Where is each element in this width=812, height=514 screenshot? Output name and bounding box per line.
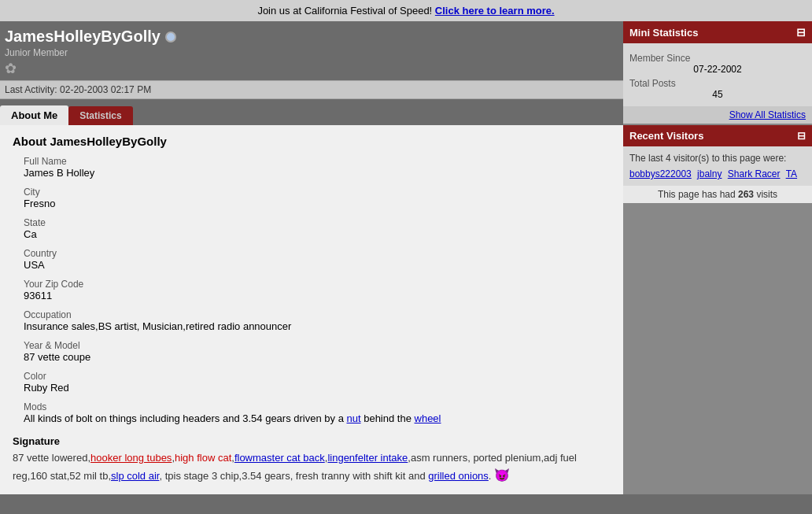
devil-emoji: 😈 bbox=[494, 468, 510, 482]
last-activity-label: Last Activity: bbox=[5, 84, 57, 95]
visitor-link-2[interactable]: Shark Racer bbox=[728, 168, 781, 179]
top-banner: Join us at California Festival of Speed!… bbox=[0, 0, 812, 21]
show-all-stats: Show All Statistics bbox=[623, 106, 812, 124]
field-value-occupation: Insurance sales,BS artist, Musician,reti… bbox=[24, 320, 611, 332]
field-label-occupation: Occupation bbox=[24, 309, 611, 320]
field-label-country: Country bbox=[24, 248, 611, 259]
visitor-link-1[interactable]: jbalny bbox=[697, 168, 722, 179]
avatar-icon: ✿ bbox=[5, 61, 17, 76]
recent-visitors-expand-icon[interactable]: ⊟ bbox=[797, 130, 806, 142]
visits-bar: This page has had 263 visits bbox=[623, 186, 812, 203]
mods-link-wheel[interactable]: wheel bbox=[415, 412, 441, 424]
field-value-color: Ruby Red bbox=[24, 382, 611, 394]
field-label-fullname: Full Name bbox=[24, 156, 611, 167]
field-value-fullname: James B Holley bbox=[24, 167, 611, 179]
field-value-state: Ca bbox=[24, 228, 611, 240]
online-status-icon bbox=[165, 31, 176, 43]
banner-link[interactable]: Click here to learn more. bbox=[435, 5, 555, 17]
visitors-description: The last 4 visitor(s) to this page were: bbox=[629, 153, 806, 164]
last-activity-bar: Last Activity: 02-20-2003 02:17 PM bbox=[0, 80, 623, 99]
show-all-stats-link[interactable]: Show All Statistics bbox=[729, 109, 806, 120]
recent-visitors-body: The last 4 visitor(s) to this page were:… bbox=[623, 146, 812, 186]
mods-text-part2: behind the bbox=[361, 412, 415, 424]
recent-visitors-header: Recent Visitors ⊟ bbox=[623, 125, 812, 146]
about-content: About JamesHolleyByGolly Full Name James… bbox=[0, 125, 623, 494]
visits-count: 263 bbox=[738, 189, 754, 200]
visits-suffix: visits bbox=[756, 189, 777, 200]
sig-link-lingenfelter[interactable]: lingenfelter intake bbox=[327, 452, 408, 464]
field-value-mods: All kinds of bolt on things including he… bbox=[24, 412, 611, 424]
about-heading: About JamesHolleyByGolly bbox=[13, 135, 611, 148]
banner-text: Join us at California Festival of Speed! bbox=[257, 5, 432, 17]
tabs-row: About Me Statistics bbox=[0, 99, 623, 125]
tab-about-me[interactable]: About Me bbox=[0, 105, 68, 125]
sig-link-slp[interactable]: slp cold air bbox=[111, 470, 159, 482]
profile-header: JamesHolleyByGolly Junior Member ✿ bbox=[0, 21, 623, 80]
field-value-city: Fresno bbox=[24, 198, 611, 209]
sig-link-flowmaster[interactable]: flowmaster cat back bbox=[234, 452, 325, 464]
visitor-link-3[interactable]: TA bbox=[786, 168, 797, 179]
mods-text-part1: All kinds of bolt on things including he… bbox=[24, 412, 346, 424]
recent-visitors-title: Recent Visitors bbox=[629, 130, 703, 142]
visitor-link-0[interactable]: bobbys222003 bbox=[629, 168, 692, 179]
mods-link-nut[interactable]: nut bbox=[346, 412, 360, 424]
mini-stats-body: Member Since 07-22-2002 Total Posts 45 bbox=[623, 43, 812, 106]
mini-stats-title: Mini Statistics bbox=[629, 27, 698, 39]
member-since-label: Member Since bbox=[629, 53, 806, 64]
user-rank: Junior Member bbox=[5, 47, 618, 58]
sig-highflow: high flow cat bbox=[175, 452, 231, 464]
last-activity-value: 02-20-2003 02:17 PM bbox=[60, 84, 151, 95]
tab-statistics[interactable]: Statistics bbox=[68, 106, 132, 125]
sig-link-hooker[interactable]: hooker long tubes bbox=[90, 452, 172, 464]
mini-stats-expand-icon[interactable]: ⊟ bbox=[796, 26, 806, 39]
mini-stats-header: Mini Statistics ⊟ bbox=[623, 21, 812, 43]
field-label-color: Color bbox=[24, 371, 611, 382]
field-value-yearmodel: 87 vette coupe bbox=[24, 351, 611, 363]
signature-text: 87 vette lowered,hooker long tubes,high … bbox=[13, 450, 611, 485]
signature-section: Signature 87 vette lowered,hooker long t… bbox=[13, 435, 611, 485]
field-label-state: State bbox=[24, 217, 611, 228]
total-posts-label: Total Posts bbox=[629, 78, 806, 89]
field-label-city: City bbox=[24, 187, 611, 198]
field-label-zip: Your Zip Code bbox=[24, 279, 611, 290]
visitor-links: bobbys222003 jbalny Shark Racer TA bbox=[629, 168, 806, 179]
signature-heading: Signature bbox=[13, 435, 611, 447]
total-posts-value: 45 bbox=[629, 89, 806, 100]
username: JamesHolleyByGolly bbox=[5, 28, 161, 46]
field-value-zip: 93611 bbox=[24, 290, 611, 301]
field-label-mods: Mods bbox=[24, 401, 611, 412]
sig-link-grilled[interactable]: grilled onions bbox=[428, 470, 489, 482]
visits-text: This page has had bbox=[658, 189, 736, 200]
field-label-yearmodel: Year & Model bbox=[24, 340, 611, 351]
member-since-value: 07-22-2002 bbox=[629, 64, 806, 75]
field-value-country: USA bbox=[24, 259, 611, 271]
